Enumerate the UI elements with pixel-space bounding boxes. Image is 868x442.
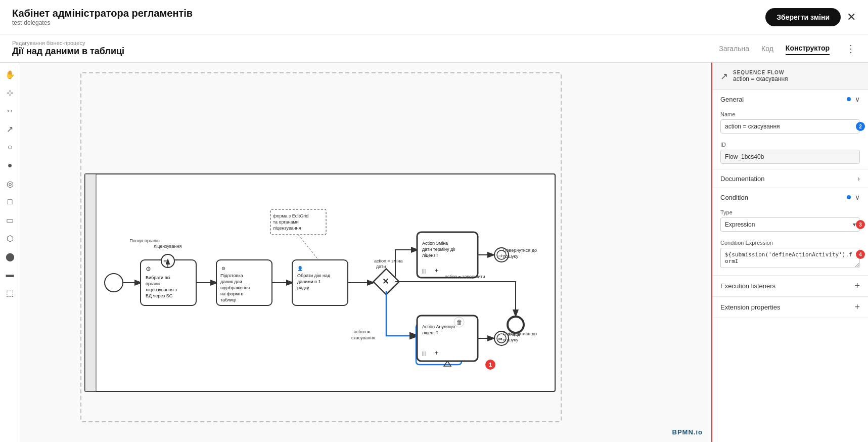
id-input[interactable] (720, 150, 860, 164)
svg-text:та органами: та органами (273, 219, 299, 225)
name-field: Name 2 (712, 108, 868, 139)
svg-text:|||: ||| (422, 351, 426, 356)
svg-text:Повернутися до: Повернутися до (503, 331, 537, 336)
circle-outline-tool[interactable]: ○ (3, 140, 18, 155)
execution-listeners-section: Execution listeners + (712, 276, 868, 297)
svg-point-15 (161, 254, 174, 268)
selection-tool[interactable]: ⬚ (3, 285, 18, 300)
close-button[interactable]: ✕ (847, 11, 856, 24)
name-label: Name (720, 111, 860, 117)
svg-text:Вибрати всі: Вибрати всі (146, 275, 170, 280)
panel-header-type: SEQUENCE FLOW (733, 70, 788, 75)
condition-dot (847, 195, 851, 199)
badge-1: 1 (485, 360, 495, 370)
condition-section: Condition ∨ Type Expression Default Cond… (712, 188, 868, 276)
page-title: Дії над даними в таблиці (12, 46, 124, 57)
bpmn-watermark: BPMN.io (672, 428, 703, 436)
subheader-left: Редагування бізнес-процесу Дії над даним… (12, 40, 124, 57)
type-select[interactable]: Expression Default Conditional (720, 217, 860, 232)
svg-rect-19 (216, 260, 272, 305)
condition-section-header[interactable]: Condition ∨ (712, 188, 868, 206)
task-tool[interactable]: ▭ (3, 212, 18, 228)
condition-expression-input[interactable]: ${submission('defineActionActivity').for… (720, 248, 860, 268)
svg-point-49 (497, 250, 506, 259)
documentation-chevron-icon: › (857, 174, 860, 183)
svg-rect-60 (417, 316, 478, 361)
svg-marker-65 (444, 361, 451, 366)
name-input[interactable] (720, 119, 860, 134)
svg-text:⚙: ⚙ (146, 266, 151, 273)
svg-text:ліцензії: ліцензії (422, 330, 438, 335)
svg-rect-42 (417, 232, 478, 278)
svg-text:action = завершити: action = завершити (445, 274, 485, 279)
type-field: Type Expression Default Conditional ▾ 3 (712, 206, 868, 237)
svg-text:ліцензування з: ліцензування з (146, 287, 177, 292)
documentation-section-header[interactable]: Documentation › (712, 169, 868, 188)
rectangle-tool[interactable]: □ (3, 194, 18, 209)
svg-text:пошуку: пошуку (503, 254, 519, 259)
extension-properties-header[interactable]: Extension properties + (712, 297, 868, 318)
type-label: Type (720, 209, 860, 215)
svg-text:action =: action = (354, 329, 370, 334)
more-options-button[interactable]: ⋮ (846, 42, 856, 55)
extension-properties-add-icon[interactable]: + (854, 302, 860, 313)
start-event-tool[interactable]: ◎ (3, 176, 18, 191)
subheader: Редагування бізнес-процесу Дії над даним… (0, 34, 868, 63)
data-store-tool[interactable]: ⬡ (3, 231, 18, 246)
arrow-tool[interactable]: ↗ (3, 121, 18, 137)
extension-properties-section: Extension properties + (712, 297, 868, 318)
tabs-container: Загальна Код Конструктор ⋮ (719, 42, 856, 55)
svg-text:✕: ✕ (382, 277, 389, 286)
id-field: ID (712, 139, 868, 169)
svg-text:⚙: ⚙ (221, 266, 225, 271)
svg-text:рядку: рядку (297, 285, 309, 290)
name-badge: 2 (856, 122, 865, 131)
cylinder-tool[interactable]: ⬤ (3, 249, 18, 264)
svg-text:|||: ||| (422, 269, 426, 274)
header-left: Кабінет адміністратора регламентів test-… (12, 8, 193, 26)
tab-constructor[interactable]: Конструктор (786, 42, 830, 55)
execution-listeners-title: Execution listeners (720, 282, 775, 290)
type-badge: 3 (856, 220, 865, 229)
main-layout: ✋ ⊹ ↔ ↗ ○ ● ◎ □ ▭ ⬡ ⬤ ▬ ⬚ (0, 63, 868, 442)
flow-svg: ⚙ Вибрати всі органи ліцензування з БД ч… (20, 63, 711, 442)
svg-text:дати: дати (376, 264, 386, 269)
sequence-flow-icon: ↗ (720, 71, 728, 82)
extension-properties-title: Extension properties (720, 303, 781, 311)
svg-rect-27 (270, 209, 326, 235)
general-section-header[interactable]: General ∨ (712, 90, 868, 108)
toolbar-left: ✋ ⊹ ↔ ↗ ○ ● ◎ □ ▭ ⬡ ⬤ ▬ ⬚ (0, 63, 20, 442)
save-button[interactable]: Зберегти зміни (765, 8, 841, 26)
execution-listeners-header[interactable]: Execution listeners + (712, 276, 868, 296)
tab-code[interactable]: Код (761, 42, 773, 55)
svg-text:+: + (435, 267, 438, 274)
svg-text:ліцензії: ліцензії (422, 253, 438, 258)
bpmn-diagram[interactable]: ⚙ Вибрати всі органи ліцензування з БД ч… (20, 63, 711, 442)
condition-expand-icon: ∨ (855, 193, 860, 201)
breadcrumb: Редагування бізнес-процесу (12, 40, 124, 46)
hand-tool[interactable]: ✋ (3, 67, 18, 82)
svg-text:даних для: даних для (220, 279, 242, 284)
svg-rect-7 (141, 260, 196, 305)
condition-expression-badge: 4 (856, 250, 865, 259)
app-header: Кабінет адміністратора регламентів test-… (0, 0, 868, 34)
tab-general[interactable]: Загальна (719, 42, 749, 55)
connect-tool[interactable]: ↔ (3, 103, 18, 118)
svg-point-66 (494, 331, 509, 345)
svg-text:ліцензування: ліцензування (154, 244, 181, 249)
svg-rect-3 (85, 174, 555, 391)
svg-text:скасування: скасування (351, 335, 375, 340)
execution-listeners-add-icon[interactable]: + (854, 281, 860, 291)
svg-text:Action Ануляція: Action Ануляція (422, 324, 455, 329)
general-section-title: General (720, 96, 744, 103)
lasso-tool[interactable]: ⊹ (3, 85, 18, 100)
type-select-wrapper: Expression Default Conditional ▾ 3 (720, 217, 860, 232)
circle-filled-tool[interactable]: ● (3, 158, 18, 173)
svg-text:Кінець: Кінець (507, 332, 520, 337)
container-tool[interactable]: ▬ (3, 267, 18, 282)
svg-rect-32 (292, 260, 348, 305)
svg-text:action = зміна: action = зміна (374, 258, 403, 263)
svg-text:Підготовка: Підготовка (220, 273, 243, 278)
panel-header-name: action = скасування (733, 75, 788, 82)
bpmn-canvas[interactable]: ✋ ⊹ ↔ ↗ ○ ● ◎ □ ▭ ⬡ ⬤ ▬ ⬚ (0, 63, 711, 442)
